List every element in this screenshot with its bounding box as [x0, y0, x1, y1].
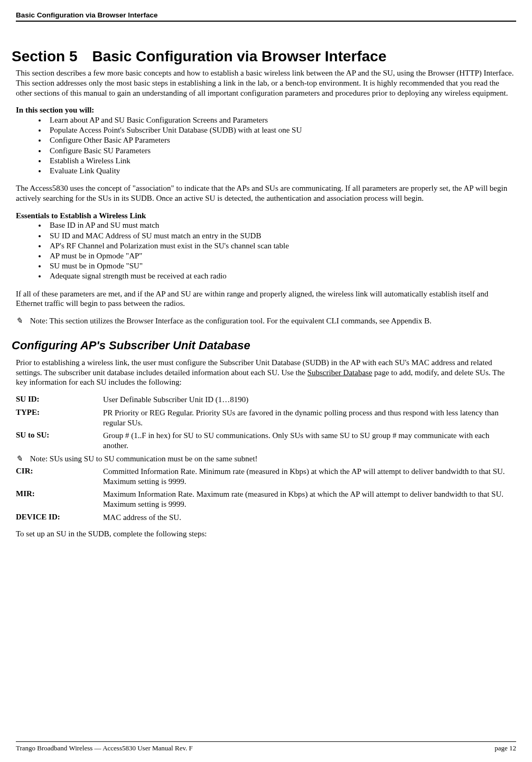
intro-paragraph: This section describes a few more basic … [16, 68, 516, 98]
list-item: Configure Other Basic AP Parameters [46, 135, 516, 145]
def-type: TYPE: PR Priority or REG Regular. Priori… [16, 408, 516, 428]
list-item: SU must be in Opmode "SU" [46, 261, 516, 271]
sudb-intro-paragraph: Prior to establishing a wireless link, t… [16, 358, 516, 387]
in-this-section-label: In this section you will: [16, 105, 516, 115]
note-body: This section utilizes the Browser Interf… [50, 317, 432, 325]
def-term: DEVICE ID: [16, 513, 103, 523]
pencil-icon: ✎ [16, 317, 23, 325]
list-item: Learn about AP and SU Basic Configuratio… [46, 115, 516, 125]
page-footer: Trango Broadband Wireless — Access5830 U… [16, 741, 516, 752]
list-item: Configure Basic SU Parameters [46, 146, 516, 156]
def-desc: User Definable Subscriber Unit ID (1…819… [103, 395, 516, 405]
page: Basic Configuration via Browser Interfac… [0, 0, 532, 761]
note-browser-interface: ✎ Note: This section utilizes the Browse… [16, 316, 516, 326]
subscriber-database-link-text: Subscriber Database [307, 368, 372, 377]
def-desc: Committed Information Rate. Minimum rate… [103, 467, 516, 487]
section-title: Section 5Basic Configuration via Browser… [12, 48, 516, 65]
association-paragraph: The Access5830 uses the concept of "asso… [16, 183, 516, 203]
def-term: TYPE: [16, 408, 103, 428]
def-mir: MIR: Maximum Information Rate. Maximum r… [16, 489, 516, 509]
page-header: Basic Configuration via Browser Interfac… [16, 11, 516, 22]
note-su-subnet: ✎ Note: SUs using SU to SU communication… [16, 454, 516, 463]
essentials-label: Essentials to Establish a Wireless Link [16, 211, 516, 221]
def-term: SU to SU: [16, 431, 103, 451]
setup-sentence: To set up an SU in the SUDB, complete th… [16, 529, 516, 539]
in-this-section-list: Learn about AP and SU Basic Configuratio… [16, 115, 516, 176]
list-item: Adequate signal strength must be receive… [46, 271, 516, 281]
pencil-icon: ✎ [16, 454, 23, 463]
footer-left: Trango Broadband Wireless — Access5830 U… [16, 744, 193, 752]
list-item: AP must be in Opmode "AP" [46, 251, 516, 261]
def-desc: Group # (1..F in hex) for SU to SU commu… [103, 431, 516, 451]
def-cir: CIR: Committed Information Rate. Minimum… [16, 467, 516, 487]
header-title: Basic Configuration via Browser Interfac… [16, 11, 158, 19]
def-su-to-su: SU to SU: Group # (1..F in hex) for SU t… [16, 431, 516, 451]
parameters-paragraph: If all of these parameters are met, and … [16, 289, 516, 309]
list-item: AP's RF Channel and Polarization must ex… [46, 241, 516, 251]
footer-right: page 12 [494, 744, 516, 752]
list-item: Establish a Wireless Link [46, 156, 516, 166]
def-desc: MAC address of the SU. [103, 513, 516, 523]
section-title-text: Basic Configuration via Browser Interfac… [92, 48, 386, 64]
section-number: Section 5 [12, 48, 77, 64]
note-body: SUs using SU to SU communication must be… [50, 454, 258, 463]
def-term: CIR: [16, 467, 103, 487]
list-item: Base ID in AP and SU must match [46, 220, 516, 230]
essentials-list: Base ID in AP and SU must match SU ID an… [16, 220, 516, 281]
note-prefix: Note: [30, 454, 50, 463]
def-term: SU ID: [16, 395, 103, 405]
def-term: MIR: [16, 489, 103, 509]
def-desc: Maximum Information Rate. Maximum rate (… [103, 489, 516, 509]
list-item: Evaluate Link Quality [46, 166, 516, 176]
def-device-id: DEVICE ID: MAC address of the SU. [16, 513, 516, 523]
subheading-sudb: Configuring AP's Subscriber Unit Databas… [12, 339, 516, 352]
def-su-id: SU ID: User Definable Subscriber Unit ID… [16, 395, 516, 405]
list-item: Populate Access Point's Subscriber Unit … [46, 125, 516, 135]
def-desc: PR Priority or REG Regular. Priority SUs… [103, 408, 516, 428]
list-item: SU ID and MAC Address of SU must match a… [46, 231, 516, 241]
note-prefix: Note: [30, 317, 50, 325]
